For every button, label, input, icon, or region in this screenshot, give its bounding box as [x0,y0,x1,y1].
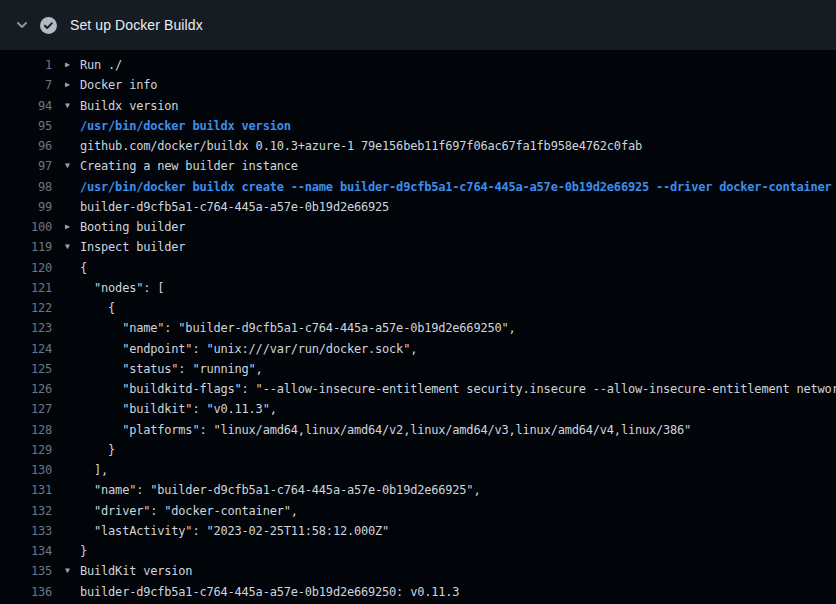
log-line-text: builder-d9cfb5a1-c764-445a-a57e-0b19d2e6… [80,582,836,602]
line-number[interactable]: 135 [0,561,52,581]
line-number[interactable]: 98 [0,177,52,197]
log-line: 128 "platforms": "linux/amd64,linux/amd6… [0,420,836,440]
line-number[interactable]: 120 [0,258,52,278]
log-line: 125 "status": "running", [0,359,836,379]
log-line-text: builder-d9cfb5a1-c764-445a-a57e-0b19d2e6… [80,197,836,217]
log-line: 120 { [0,258,836,278]
line-number[interactable]: 119 [0,237,52,257]
log-line-text: github.com/docker/buildx 0.10.3+azure-1 … [80,136,836,156]
line-number[interactable]: 130 [0,460,52,480]
log-line-text: "buildkit": "v0.11.3", [80,399,836,419]
marker-spacer [52,359,80,379]
log-line: 131 "name": "builder-d9cfb5a1-c764-445a-… [0,480,836,500]
line-number[interactable]: 125 [0,359,52,379]
line-number[interactable]: 99 [0,197,52,217]
line-number[interactable]: 100 [0,217,52,237]
log-line[interactable]: 94 ▼ Buildx version [0,96,836,116]
log-line-text: Docker info [80,75,836,95]
marker-spacer [52,258,80,278]
log-line: 136 builder-d9cfb5a1-c764-445a-a57e-0b19… [0,582,836,602]
log-line-text: "platforms": "linux/amd64,linux/amd64/v2… [80,420,836,440]
log-line[interactable]: 100 ▶ Booting builder [0,217,836,237]
log-line-text: "lastActivity": "2023-02-25T11:58:12.000… [80,521,836,541]
triangle-right-icon[interactable]: ▶ [52,217,80,237]
log-line-text: Inspect builder [80,237,836,257]
log-line[interactable]: 7 ▶ Docker info [0,75,836,95]
log-line-text: "buildkitd-flags": "--allow-insecure-ent… [80,379,836,399]
triangle-down-icon[interactable]: ▼ [52,156,80,176]
log-line: 124 "endpoint": "unix:///var/run/docker.… [0,339,836,359]
triangle-right-icon[interactable]: ▶ [52,75,80,95]
line-number[interactable]: 7 [0,75,52,95]
log-line: 126 "buildkitd-flags": "--allow-insecure… [0,379,836,399]
log-line: 98 /usr/bin/docker buildx create --name … [0,177,836,197]
log-line-text: Buildx version [80,96,836,116]
log-line: 130 ], [0,460,836,480]
marker-spacer [52,460,80,480]
log-line: 132 "driver": "docker-container", [0,501,836,521]
line-number[interactable]: 136 [0,582,52,602]
log-line-text: /usr/bin/docker buildx version [80,116,836,136]
marker-spacer [52,440,80,460]
log-line-text: "driver": "docker-container", [80,501,836,521]
line-number[interactable]: 134 [0,541,52,561]
line-number[interactable]: 126 [0,379,52,399]
line-number[interactable]: 131 [0,480,52,500]
log-line: 122 { [0,298,836,318]
marker-spacer [52,501,80,521]
line-number[interactable]: 121 [0,278,52,298]
line-number[interactable]: 132 [0,501,52,521]
step-header[interactable]: Set up Docker Buildx [0,0,836,50]
marker-spacer [52,582,80,602]
line-number[interactable]: 96 [0,136,52,156]
log-line[interactable]: 135 ▼ BuildKit version [0,561,836,581]
log-line-text: "endpoint": "unix:///var/run/docker.sock… [80,339,836,359]
check-circle-icon [40,17,57,34]
line-number[interactable]: 128 [0,420,52,440]
line-number[interactable]: 129 [0,440,52,460]
log-line-text: BuildKit version [80,561,836,581]
log-line: 127 "buildkit": "v0.11.3", [0,399,836,419]
line-number[interactable]: 122 [0,298,52,318]
log-line-text: Booting builder [80,217,836,237]
triangle-down-icon[interactable]: ▼ [52,237,80,257]
marker-spacer [52,521,80,541]
line-number[interactable]: 123 [0,318,52,338]
log-line[interactable]: 97 ▼ Creating a new builder instance [0,156,836,176]
marker-spacer [52,379,80,399]
log-line-text: "nodes": [ [80,278,836,298]
marker-spacer [52,197,80,217]
step-title: Set up Docker Buildx [70,17,203,33]
log-line-text: Creating a new builder instance [80,156,836,176]
log-line-text: "name": "builder-d9cfb5a1-c764-445a-a57e… [80,318,836,338]
line-number[interactable]: 94 [0,96,52,116]
line-number[interactable]: 1 [0,55,52,75]
line-number[interactable]: 97 [0,156,52,176]
log-line: 133 "lastActivity": "2023-02-25T11:58:12… [0,521,836,541]
marker-spacer [52,339,80,359]
line-number[interactable]: 95 [0,116,52,136]
log-line-text: Run ./ [80,55,836,75]
marker-spacer [52,399,80,419]
log-line-text: ], [80,460,836,480]
line-number[interactable]: 124 [0,339,52,359]
chevron-down-icon[interactable] [14,17,30,33]
marker-spacer [52,420,80,440]
log-line: 96 github.com/docker/buildx 0.10.3+azure… [0,136,836,156]
triangle-down-icon[interactable]: ▼ [52,96,80,116]
log-line-text: } [80,541,836,561]
log-line: 129 } [0,440,836,460]
log-line[interactable]: 119 ▼ Inspect builder [0,237,836,257]
line-number[interactable]: 127 [0,399,52,419]
marker-spacer [52,116,80,136]
marker-spacer [52,136,80,156]
log-lines: 1 ▶ Run ./ 7 ▶ Docker info 94 ▼ Buildx v… [0,50,836,602]
line-number[interactable]: 133 [0,521,52,541]
log-line-text: "status": "running", [80,359,836,379]
triangle-down-icon[interactable]: ▼ [52,561,80,581]
marker-spacer [52,177,80,197]
marker-spacer [52,278,80,298]
log-line[interactable]: 1 ▶ Run ./ [0,55,836,75]
log-line-text: } [80,440,836,460]
triangle-right-icon[interactable]: ▶ [52,55,80,75]
